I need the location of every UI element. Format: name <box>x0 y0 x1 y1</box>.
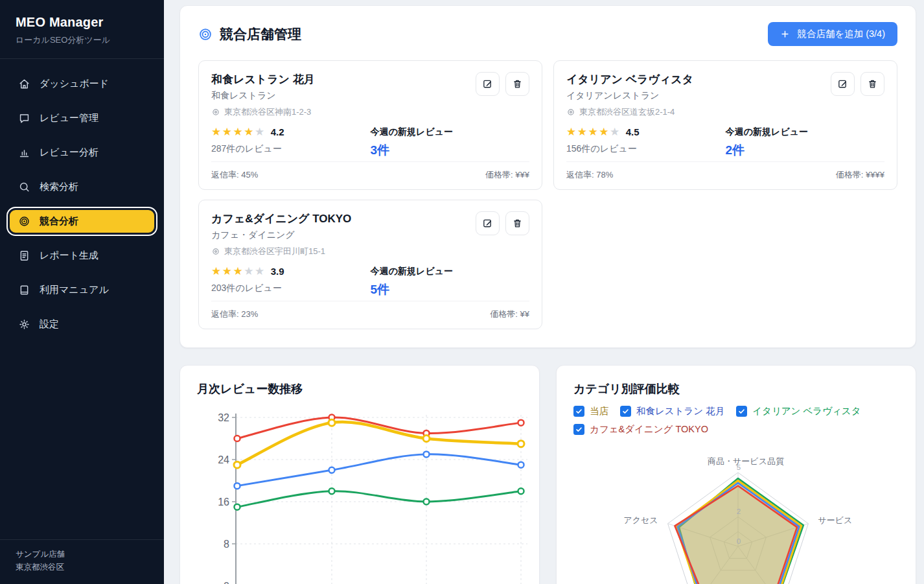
svg-text:2: 2 <box>737 508 741 515</box>
panel-header: 競合店舗管理 競合店舗を追加 (3/4) <box>198 22 897 46</box>
reply-rate: 返信率: 78% <box>566 169 613 181</box>
svg-text:0: 0 <box>224 581 229 584</box>
line-chart: 08162432 <box>180 366 540 584</box>
svg-text:アクセス: アクセス <box>623 515 658 525</box>
sidebar-item-label: レポート生成 <box>40 250 98 262</box>
edit-button[interactable] <box>476 72 500 96</box>
legend-checkbox-item[interactable]: カフェ&ダイニング TOKYO <box>573 423 708 436</box>
pin-icon <box>211 108 220 117</box>
edit-button[interactable] <box>831 72 855 96</box>
rating-value: 4.2 <box>271 126 284 137</box>
sidebar-item-label: 競合分析 <box>40 215 78 228</box>
svg-text:24: 24 <box>218 454 229 465</box>
competitor-card: カフェ&ダイニング TOKYO カフェ・ダイニング 東京都渋谷区宇田川町15-1 <box>198 200 542 329</box>
svg-text:32: 32 <box>218 412 229 423</box>
edit-button[interactable] <box>476 211 500 235</box>
bar-chart-icon <box>18 146 30 159</box>
checkbox-checked-icon[interactable] <box>736 406 747 417</box>
rating-value: 3.9 <box>271 266 284 277</box>
competitor-name: カフェ&ダイニング TOKYO <box>211 211 351 226</box>
star-rating: ★★★★★ <box>211 126 266 137</box>
search-icon <box>18 181 30 193</box>
monthly-review-chart-panel: 月次レビュー数推移 08162432 <box>179 365 540 584</box>
gear-icon <box>18 318 30 331</box>
bullseye-icon <box>198 27 213 41</box>
weekly-review-count: 5件 <box>371 281 530 298</box>
delete-button[interactable] <box>505 211 529 235</box>
weekly-review-count: 2件 <box>726 142 885 159</box>
price-band: 価格帯: ¥¥ <box>490 309 529 320</box>
star-rating: ★★★★★ <box>211 266 266 277</box>
competitor-category: イタリアンレストラン <box>566 90 693 102</box>
sidebar-item-search-analysis[interactable]: 検索分析 <box>8 174 156 200</box>
reply-rate: 返信率: 45% <box>211 169 258 181</box>
competitor-address: 東京都渋谷区道玄坂2-1-4 <box>579 106 675 118</box>
document-icon <box>18 250 30 262</box>
weekly-review-label: 今週の新規レビュー <box>726 126 885 138</box>
sidebar-item-dashboard[interactable]: ダッシュボード <box>8 71 156 97</box>
sidebar-item-label: ダッシュボード <box>40 78 109 90</box>
svg-text:16: 16 <box>218 496 229 508</box>
sidebar-nav: ダッシュボード レビュー管理 レビュー分析 検索分析 <box>0 59 164 338</box>
competitor-card: イタリアン ベラヴィスタ イタリアンレストラン 東京都渋谷区道玄坂2-1-4 <box>553 60 897 190</box>
reply-rate: 返信率: 23% <box>211 309 258 320</box>
target-icon <box>18 215 30 228</box>
add-competitor-label: 競合店舗を追加 (3/4) <box>797 28 885 40</box>
legend-label: カフェ&ダイニング TOKYO <box>590 423 708 436</box>
pin-icon <box>566 108 575 117</box>
competitor-address: 東京都渋谷区宇田川町15-1 <box>224 246 325 257</box>
sidebar-item-report-generation[interactable]: レポート生成 <box>8 242 156 269</box>
sidebar-item-settings[interactable]: 設定 <box>8 311 156 338</box>
line-chart-title: 月次レビュー数推移 <box>197 381 522 397</box>
sidebar-item-label: 利用マニュアル <box>40 284 109 296</box>
sidebar-item-label: 検索分析 <box>40 181 78 193</box>
weekly-review-label: 今週の新規レビュー <box>371 126 530 138</box>
competitor-name: イタリアン ベラヴィスタ <box>566 72 693 87</box>
star-rating: ★★★★★ <box>566 126 621 137</box>
sidebar-item-user-manual[interactable]: 利用マニュアル <box>8 277 156 303</box>
main-content: 競合店舗管理 競合店舗を追加 (3/4) 和食レストラン 花月 和食レストラン <box>164 0 924 584</box>
radar-legend: 当店和食レストラン 花月イタリアン ベラヴィスタカフェ&ダイニング TOKYO <box>573 405 878 436</box>
page-title: 競合店舗管理 <box>220 25 301 43</box>
legend-checkbox-item[interactable]: イタリアン ベラヴィスタ <box>736 405 860 417</box>
delete-button[interactable] <box>860 72 884 96</box>
add-competitor-button[interactable]: 競合店舗を追加 (3/4) <box>768 22 897 46</box>
legend-checkbox-item[interactable]: 和食レストラン 花月 <box>620 405 724 417</box>
review-count: 203件のレビュー <box>211 283 371 294</box>
legend-label: 当店 <box>590 405 608 417</box>
svg-text:8: 8 <box>224 539 229 550</box>
competitor-address: 東京都渋谷区神南1-2-3 <box>224 106 311 118</box>
sidebar-item-competitor-analysis[interactable]: 競合分析 <box>8 208 156 235</box>
sidebar: MEO Manager ローカルSEO分析ツール ダッシュボード レビュー管理 <box>0 0 164 584</box>
radar-chart: 025商品・サービス品質サービスアクセス <box>557 366 916 584</box>
home-icon <box>18 78 30 90</box>
weekly-review-label: 今週の新規レビュー <box>371 266 530 277</box>
legend-checkbox-item[interactable]: 当店 <box>573 405 608 417</box>
competitor-cards: 和食レストラン 花月 和食レストラン 東京都渋谷区神南1-2-3 <box>198 60 897 329</box>
sidebar-item-label: 設定 <box>40 318 59 331</box>
checkbox-checked-icon[interactable] <box>573 424 584 435</box>
plus-icon <box>780 29 790 39</box>
review-count: 287件のレビュー <box>211 143 371 155</box>
sidebar-item-review-management[interactable]: レビュー管理 <box>8 105 156 132</box>
review-count: 156件のレビュー <box>566 143 726 155</box>
delete-button[interactable] <box>505 72 529 96</box>
chat-icon <box>18 112 30 124</box>
sidebar-item-review-analysis[interactable]: レビュー分析 <box>8 139 156 166</box>
app-root: MEO Manager ローカルSEO分析ツール ダッシュボード レビュー管理 <box>0 0 924 584</box>
legend-label: 和食レストラン 花月 <box>636 405 724 417</box>
sidebar-item-label: レビュー管理 <box>40 112 98 124</box>
sidebar-footer: サンプル店舗 東京都渋谷区 <box>0 539 164 584</box>
pin-icon <box>211 247 220 256</box>
app-subtitle: ローカルSEO分析ツール <box>16 34 148 46</box>
price-band: 価格帯: ¥¥¥¥ <box>836 169 884 181</box>
book-icon <box>18 284 30 296</box>
checkbox-checked-icon[interactable] <box>620 406 631 417</box>
sidebar-header: MEO Manager ローカルSEO分析ツール <box>0 0 164 59</box>
app-title: MEO Manager <box>16 15 148 30</box>
svg-text:0: 0 <box>737 537 741 545</box>
checkbox-checked-icon[interactable] <box>573 406 584 417</box>
competitor-name: 和食レストラン 花月 <box>211 72 315 87</box>
radar-chart-title: カテゴリ別評価比較 <box>573 381 899 397</box>
competitor-category: カフェ・ダイニング <box>211 229 351 241</box>
